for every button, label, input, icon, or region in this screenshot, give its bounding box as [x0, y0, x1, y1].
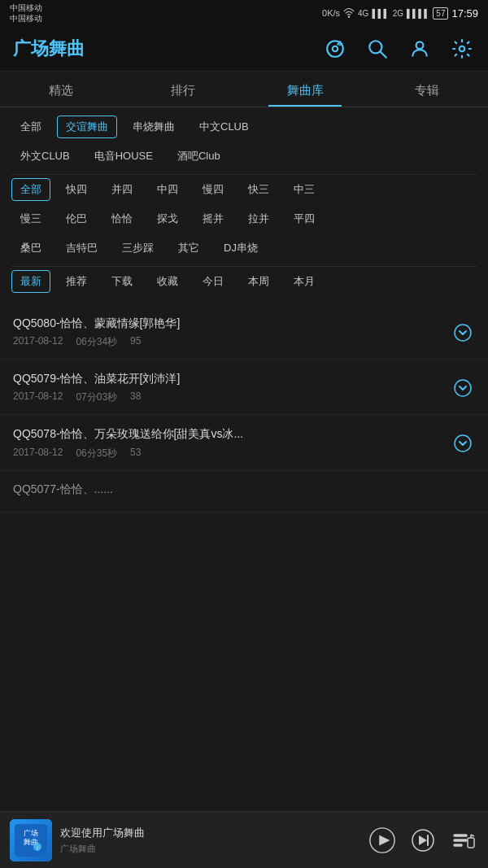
filter-bingsi[interactable]: 并四	[102, 178, 142, 201]
filter-tuijian[interactable]: 推荐	[57, 270, 96, 293]
song-duration-1: 06分34秒	[76, 335, 117, 349]
player-thumb-inner: 广场 舞曲 ♪	[10, 819, 52, 861]
song-title-2: QQ5079-恰恰、油菜花开[刘沛洋]	[13, 371, 451, 386]
song-date-3: 2017-08-12	[13, 447, 63, 460]
filter-all-2[interactable]: 全部	[11, 178, 50, 201]
tab-bar: 精选 排行 舞曲库 专辑	[0, 72, 488, 107]
divider-2	[11, 266, 477, 267]
next-button[interactable]	[408, 826, 438, 855]
signal-bars: ▌▌▌	[372, 9, 389, 18]
svg-rect-22	[454, 844, 462, 846]
filter-row-3: 全部 快四 并四 中四 慢四 快三 中三	[11, 178, 477, 201]
svg-marker-18	[419, 835, 427, 845]
filter-pingsi[interactable]: 平四	[285, 207, 324, 230]
filter-zuixin[interactable]: 最新	[11, 270, 50, 293]
svg-marker-16	[379, 835, 390, 845]
chevron-down-icon-3	[453, 434, 473, 453]
network-type2: 2G	[393, 9, 403, 18]
signal-bars2: ▌▌▌▌	[407, 9, 429, 18]
filter-zhongsi[interactable]: 中四	[148, 178, 187, 201]
song-expand-3[interactable]	[451, 431, 475, 456]
svg-rect-20	[454, 835, 467, 836]
filter-jiteba[interactable]: 吉特巴	[57, 237, 107, 260]
filter-jiaoyiwuqu[interactable]: 交谊舞曲	[57, 116, 117, 138]
tab-jingxuan[interactable]: 精选	[0, 72, 122, 107]
network-type: 4G	[358, 9, 368, 18]
settings-button[interactable]	[449, 36, 475, 62]
filter-all-1[interactable]: 全部	[11, 116, 50, 138]
filter-zhongwenclub[interactable]: 中文CLUB	[190, 116, 258, 138]
play-icon	[368, 827, 396, 854]
filter-benyue[interactable]: 本月	[285, 270, 324, 293]
song-date-2: 2017-08-12	[13, 390, 63, 404]
svg-line-4	[381, 51, 386, 57]
song-info-1: QQ5080-恰恰、蒙藏情缘[郭艳华] 2017-08-12 06分34秒 95	[13, 316, 451, 349]
filter-yaobing[interactable]: 摇并	[194, 207, 233, 230]
playlist-button[interactable]	[449, 826, 478, 855]
song-meta-3: 2017-08-12 06分35秒 53	[13, 447, 451, 460]
song-item-1[interactable]: QQ5080-恰恰、蒙藏情缘[郭艳华] 2017-08-12 06分34秒 95	[0, 304, 488, 360]
song-title-3: QQ5078-恰恰、万朵玫瑰送给你[甜美真vs冰...	[13, 426, 451, 441]
filter-qiaqia[interactable]: 恰恰	[102, 207, 142, 230]
player-controls	[368, 826, 478, 855]
next-icon	[411, 828, 435, 853]
svg-point-9	[455, 435, 471, 451]
filter-shoucang[interactable]: 收藏	[148, 270, 187, 293]
filter-waiwenclub[interactable]: 外文CLUB	[11, 145, 79, 168]
filter-sanbucai[interactable]: 三步踩	[113, 237, 163, 260]
filter-jiubaclub[interactable]: 酒吧Club	[168, 145, 229, 168]
tab-zhuanji[interactable]: 专辑	[366, 72, 488, 107]
song-item-4-partial[interactable]: QQ5077-恰恰、......	[0, 471, 488, 513]
filter-qita[interactable]: 其它	[169, 237, 208, 260]
player-logo: 广场 舞曲 ♪	[15, 824, 47, 857]
player-subtitle: 广场舞曲	[60, 843, 359, 855]
song-expand-2[interactable]	[451, 376, 475, 400]
filter-benshao[interactable]: 本周	[239, 270, 278, 293]
song-plays-3: 53	[130, 447, 141, 460]
filter-tange[interactable]: 探戈	[148, 207, 187, 230]
song-item-2[interactable]: QQ5079-恰恰、油菜花开[刘沛洋] 2017-08-12 07分03秒 38	[0, 360, 488, 415]
song-expand-1[interactable]	[451, 321, 475, 345]
filter-kuaisi[interactable]: 快四	[57, 178, 96, 201]
filter-kuaisan[interactable]: 快三	[239, 178, 278, 201]
filter-labing[interactable]: 拉并	[239, 207, 278, 230]
filter-djchuanshao[interactable]: DJ串烧	[215, 237, 267, 260]
player-title: 欢迎使用广场舞曲	[60, 826, 359, 840]
filter-mansi[interactable]: 慢四	[194, 178, 233, 201]
filter-xiazai[interactable]: 下载	[102, 270, 142, 293]
tab-wuquku[interactable]: 舞曲库	[244, 72, 366, 107]
search-icon	[367, 38, 388, 59]
svg-rect-21	[454, 840, 467, 841]
filter-jinri[interactable]: 今日	[194, 270, 233, 293]
music-disc-button[interactable]	[322, 36, 348, 62]
filter-section: 全部 交谊舞曲 串烧舞曲 中文CLUB 外文CLUB 电音HOUSE 酒吧Clu…	[0, 107, 488, 304]
filter-sangba[interactable]: 桑巴	[11, 237, 50, 260]
filter-lunba[interactable]: 伦巴	[57, 207, 96, 230]
song-duration-3: 06分35秒	[76, 447, 117, 460]
song-duration-2: 07分03秒	[76, 390, 117, 404]
filter-row-2: 外文CLUB 电音HOUSE 酒吧Club	[11, 145, 477, 168]
search-button[interactable]	[364, 36, 390, 62]
settings-icon	[451, 38, 473, 59]
music-disc-icon	[325, 38, 346, 59]
svg-point-6	[460, 46, 465, 51]
top-nav: 广场舞曲	[0, 26, 488, 72]
svg-text:广场: 广场	[24, 829, 38, 837]
svg-text:♪: ♪	[36, 844, 39, 850]
play-button[interactable]	[368, 826, 397, 855]
song-meta-1: 2017-08-12 06分34秒 95	[13, 335, 451, 349]
filter-chuanshaowuqu[interactable]: 串烧舞曲	[124, 116, 184, 138]
filter-dianyinhouse[interactable]: 电音HOUSE	[85, 145, 162, 168]
status-right: 0K/s 4G ▌▌▌ 2G ▌▌▌▌ 57 17:59	[322, 7, 478, 20]
song-date-1: 2017-08-12	[13, 335, 63, 349]
battery-icon: 57	[433, 7, 448, 20]
user-button[interactable]	[407, 36, 433, 62]
filter-zhongsan[interactable]: 中三	[285, 178, 324, 201]
filter-mansan[interactable]: 慢三	[11, 207, 50, 230]
carrier-info: 中国移动 中国移动	[10, 2, 42, 24]
playlist-icon	[451, 828, 476, 853]
song-plays-1: 95	[130, 335, 141, 349]
tab-paihang[interactable]: 排行	[122, 72, 244, 107]
song-title-4-partial: QQ5077-恰恰、......	[13, 482, 475, 497]
song-item-3[interactable]: QQ5078-恰恰、万朵玫瑰送给你[甜美真vs冰... 2017-08-12 0…	[0, 415, 488, 470]
